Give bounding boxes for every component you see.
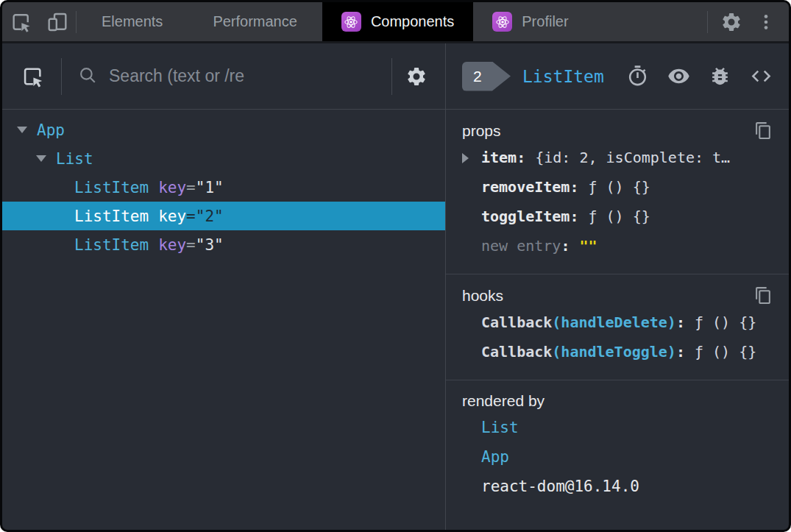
tab-performance[interactable]: Performance	[188, 2, 322, 41]
key-attribute: key	[158, 179, 186, 196]
component-name: ListItem	[74, 208, 149, 225]
tab-profiler[interactable]: Profiler	[473, 2, 587, 41]
prop-name: item	[481, 149, 517, 166]
rendered-by-item-app[interactable]: App	[462, 442, 773, 472]
tab-components[interactable]: Components	[322, 2, 473, 41]
view-source-button[interactable]	[750, 65, 773, 88]
hook-type: Callback	[481, 343, 552, 361]
new-entry-value[interactable]: ""	[579, 237, 597, 255]
key-value: "1"	[196, 179, 224, 196]
search-input[interactable]	[107, 65, 375, 87]
hook-value: ƒ () {}	[695, 343, 756, 361]
renderer-version: react-dom@16.14.0	[481, 478, 639, 495]
devtools-settings-button[interactable]	[714, 2, 749, 41]
components-panel: App List ListItem key = "1" ListItem key…	[2, 43, 789, 530]
component-tree: App List ListItem key = "1" ListItem key…	[2, 110, 445, 259]
rendered-by-section: rendered by List App react-dom@16.14.0	[446, 380, 789, 514]
key-value: "3"	[196, 236, 224, 254]
collapse-arrow-icon[interactable]	[17, 127, 27, 133]
suspend-timer-button[interactable]	[626, 65, 649, 88]
key-attribute: key	[158, 208, 186, 225]
rendered-by-title: rendered by	[462, 392, 545, 410]
prop-row-item[interactable]: item: {id: 2, isComplete: t…	[462, 143, 773, 172]
props-section-title: props	[462, 122, 501, 140]
inspect-cursor-icon	[20, 64, 45, 89]
tab-profiler-label: Profiler	[522, 13, 568, 30]
toolbar-separator	[707, 11, 708, 33]
timer-icon	[626, 65, 649, 88]
hook-row-handletoggle[interactable]: Callback(handleToggle): ƒ () {}	[462, 337, 773, 366]
render-count-badge: 2	[462, 62, 511, 91]
hooks-section: hooks Callback(handleDelete): ƒ () {} Ca…	[446, 274, 789, 380]
hook-fn-name: (handleToggle)	[552, 343, 676, 361]
component-name: App	[37, 121, 65, 139]
owner-link[interactable]: List	[481, 419, 519, 436]
toolbar-separator	[61, 58, 62, 95]
tab-performance-label: Performance	[213, 13, 297, 30]
hooks-section-title: hooks	[462, 287, 503, 305]
prop-name: removeItem	[481, 178, 570, 196]
tree-row-listitem-3[interactable]: ListItem key = "3"	[2, 230, 445, 259]
devtools-window: Elements Performance Components	[0, 0, 791, 532]
copy-props-button[interactable]	[754, 121, 773, 140]
device-toolbar-button[interactable]	[39, 2, 76, 41]
tree-row-app[interactable]: App	[2, 116, 445, 144]
search-icon	[78, 65, 97, 88]
selected-component-title: ListItem	[522, 67, 604, 86]
collapse-arrow-icon[interactable]	[36, 155, 46, 162]
tab-components-label: Components	[371, 13, 454, 30]
copy-hooks-button[interactable]	[754, 286, 773, 305]
react-logo-icon	[341, 12, 361, 32]
hook-row-handledelete[interactable]: Callback(handleDelete): ƒ () {}	[462, 308, 773, 337]
equals-sign: =	[186, 179, 196, 196]
more-options-button[interactable]	[749, 2, 783, 41]
prop-name: toggleItem	[481, 208, 570, 225]
expand-arrow-icon[interactable]	[462, 153, 469, 163]
prop-row-removeitem[interactable]: removeItem: ƒ () {}	[462, 172, 773, 202]
owner-link[interactable]: App	[481, 448, 509, 466]
props-section: props item: {id: 2, isComplete: t… remov…	[446, 110, 789, 274]
colon: :	[676, 343, 685, 361]
bug-icon	[709, 65, 731, 88]
hook-fn-name: (handleDelete)	[552, 313, 676, 331]
tab-elements[interactable]: Elements	[77, 2, 188, 41]
equals-sign: =	[186, 236, 196, 254]
view-settings-button[interactable]	[405, 65, 428, 88]
rendered-by-item-reactdom: react-dom@16.14.0	[462, 472, 773, 501]
code-icon	[750, 65, 773, 88]
hook-type: Callback	[481, 313, 552, 331]
tree-row-listitem-1[interactable]: ListItem key = "1"	[2, 173, 445, 202]
new-entry-label[interactable]: new entry	[481, 237, 561, 255]
inspect-element-button[interactable]	[2, 2, 39, 41]
colon: :	[561, 237, 570, 255]
tree-row-listitem-2-selected[interactable]: ListItem key = "2"	[2, 202, 445, 230]
prop-value: ƒ () {}	[588, 208, 650, 225]
key-value: "2"	[196, 208, 224, 225]
key-attribute: key	[158, 236, 186, 254]
inspect-dom-button[interactable]	[667, 65, 690, 88]
tab-elements-label: Elements	[102, 13, 163, 30]
prop-value: {id: 2, isComplete: t…	[535, 149, 730, 166]
component-name: ListItem	[74, 236, 149, 254]
colon: :	[517, 149, 525, 166]
colon: :	[676, 313, 685, 331]
component-details-pane: 2 ListItem	[446, 43, 789, 530]
prop-row-new-entry[interactable]: new entry: ""	[462, 231, 773, 260]
rendered-by-item-list[interactable]: List	[462, 413, 773, 442]
component-name: List	[56, 150, 93, 168]
colon: :	[570, 208, 578, 225]
component-tree-pane: App List ListItem key = "1" ListItem key…	[2, 43, 446, 530]
prop-row-toggleitem[interactable]: toggleItem: ƒ () {}	[462, 202, 773, 231]
toolbar-separator	[391, 58, 392, 95]
eye-icon	[667, 65, 690, 88]
log-component-data-button[interactable]	[709, 65, 731, 88]
tree-row-list[interactable]: List	[2, 144, 445, 173]
tree-toolbar	[2, 43, 445, 110]
react-logo-icon	[492, 12, 512, 32]
inspect-cursor-icon	[9, 10, 32, 34]
prop-value: ƒ () {}	[588, 178, 650, 196]
select-element-button[interactable]	[20, 64, 45, 89]
copy-icon	[754, 121, 773, 140]
copy-icon	[754, 286, 773, 305]
device-toolbar-icon	[46, 10, 69, 34]
